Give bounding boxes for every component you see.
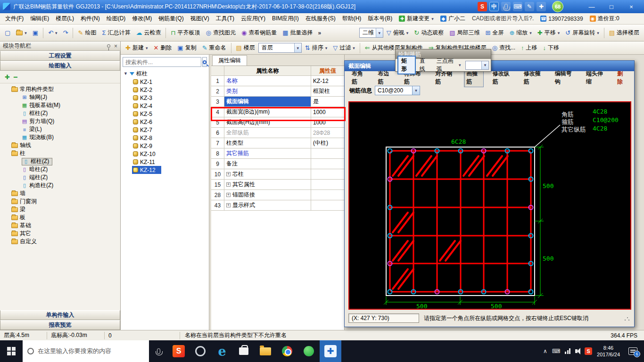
- taskbar-app-store[interactable]: [233, 340, 255, 362]
- screen-rotate-button[interactable]: ↺屏幕旋转▾: [563, 27, 601, 38]
- voice-input-button[interactable]: [149, 340, 168, 362]
- menu-bim[interactable]: BIM应用(I): [269, 13, 302, 24]
- maximize-button[interactable]: □: [602, 0, 621, 13]
- property-row[interactable]: 7柱类型(中柱): [211, 138, 344, 148]
- sort-button[interactable]: ⇅排序▾: [303, 42, 330, 53]
- tree-group-other[interactable]: 其它: [0, 230, 120, 238]
- menu-file[interactable]: 文件(F): [2, 13, 27, 24]
- ime-settings-icon[interactable]: ✎: [525, 2, 534, 11]
- property-row-expandable[interactable]: 43+显示样式: [211, 200, 344, 211]
- component-item-selected[interactable]: KZ-12: [121, 166, 209, 174]
- tree-group-opening[interactable]: 门窗洞: [0, 197, 120, 206]
- tree-item-end-column[interactable]: ▯端柱(Z): [0, 173, 120, 181]
- tree-group-column[interactable]: 柱: [0, 149, 120, 157]
- dynamic-observe-button[interactable]: ↻动态观察: [412, 27, 446, 38]
- component-item[interactable]: KZ-6: [121, 118, 209, 126]
- expand-plus-icon[interactable]: +: [226, 193, 231, 197]
- property-row-expandable[interactable]: 28+锚固搭接: [211, 190, 344, 200]
- property-row[interactable]: 4截面宽(B边)(mm)1000: [211, 107, 344, 117]
- report-preview-button[interactable]: 报表预览: [0, 320, 120, 330]
- taskbar-app-green[interactable]: [298, 340, 320, 362]
- component-item[interactable]: KZ-4: [121, 102, 209, 110]
- ime-toolbox-icon[interactable]: ✚: [537, 2, 546, 11]
- tray-expand-icon[interactable]: ∧: [543, 348, 547, 354]
- tree-item-cast-slab[interactable]: ▦现浇板(B): [0, 133, 120, 141]
- pin-icon[interactable]: [107, 44, 110, 48]
- assistant-badge[interactable]: 68: [552, 1, 563, 12]
- taskbar-app-edge[interactable]: e: [211, 340, 233, 362]
- component-group-header[interactable]: ▼ 框柱: [121, 69, 209, 78]
- section-canvas[interactable]: 6C28 500 500 500 500 角筋 4C28 箍筋 C10@200 …: [348, 101, 631, 310]
- fullscreen-button[interactable]: ⊞全屏: [483, 27, 506, 38]
- menu-rebar[interactable]: 钢筋量(Q): [155, 13, 187, 24]
- new-change-button[interactable]: ✚ 新建变更 ▾: [396, 15, 437, 23]
- property-row[interactable]: 8其它箍筋: [211, 148, 344, 159]
- tree-item-hidden-column[interactable]: ▯暗柱(Z): [0, 165, 120, 173]
- property-row[interactable]: 5截面高(H边)(mm)1000: [211, 117, 344, 128]
- tree-group-custom[interactable]: 自定义: [0, 238, 120, 246]
- single-component-input-button[interactable]: 单构件输入: [0, 310, 120, 320]
- sum-calc-button[interactable]: Σ汇总计算: [99, 27, 132, 38]
- property-row-section-edit[interactable]: 3截面编辑是: [211, 97, 344, 107]
- language-icon[interactable]: 中: [489, 2, 499, 11]
- project-settings-button[interactable]: 工程设置: [0, 51, 120, 61]
- draw-input-button[interactable]: 绘图输入: [0, 61, 120, 71]
- component-item[interactable]: KZ-8: [121, 134, 209, 142]
- property-row-expandable[interactable]: 10+芯柱: [211, 169, 344, 180]
- modify-longitudinal-button[interactable]: 修改纵筋: [490, 68, 515, 87]
- collapse-all-icon[interactable]: ━: [14, 74, 17, 81]
- tree-group-axis[interactable]: 轴线: [0, 141, 120, 149]
- menu-floor[interactable]: 楼层(L): [52, 13, 77, 24]
- menu-help[interactable]: 帮助(H): [339, 13, 365, 24]
- open-file-button[interactable]: ▾: [14, 29, 29, 37]
- component-item[interactable]: KZ-1: [121, 78, 209, 86]
- tree-item-frame-column-current[interactable]: ▯框柱(Z): [0, 157, 120, 165]
- taskbar-app-glodon-active[interactable]: ✚: [320, 340, 341, 362]
- end-extend-button[interactable]: 端头伸缩: [584, 68, 608, 87]
- component-item[interactable]: KZ-10: [121, 150, 209, 158]
- expand-plus-icon[interactable]: +: [226, 203, 231, 207]
- keyboard-icon[interactable]: ⌨: [513, 2, 522, 11]
- mic-icon[interactable]: [501, 2, 511, 11]
- volume-icon[interactable]: [575, 349, 578, 353]
- taskbar-app-chrome[interactable]: [276, 340, 298, 362]
- find-element-button[interactable]: ◎查找图元: [204, 27, 238, 38]
- edit-hook-button[interactable]: 编辑弯钩: [553, 68, 577, 87]
- expand-all-icon[interactable]: ✚: [5, 74, 10, 81]
- cost-bean[interactable]: ◉ 造价豆:0: [586, 15, 623, 23]
- network-icon[interactable]: [565, 348, 570, 354]
- new-component-button[interactable]: ✚新建▾: [123, 42, 150, 53]
- component-item[interactable]: KZ-3: [121, 94, 209, 102]
- menu-draw[interactable]: 绘图(D): [103, 13, 129, 24]
- component-item[interactable]: KZ-7: [121, 126, 209, 134]
- stirrup-style-combo[interactable]: ▾: [465, 61, 489, 70]
- cloud-check-button[interactable]: ☁云检查: [133, 27, 163, 38]
- tree-group-slab[interactable]: 板: [0, 214, 120, 222]
- panel-close-icon[interactable]: ×: [114, 43, 117, 49]
- tree-item-beam[interactable]: ≡梁(L): [0, 125, 120, 133]
- new-file-button[interactable]: ▢: [2, 28, 13, 37]
- property-row[interactable]: 6全部纵筋28Φ28: [211, 128, 344, 138]
- filter-button[interactable]: ▽过滤▾: [330, 42, 357, 53]
- tray-sogou-icon[interactable]: S: [585, 347, 592, 355]
- gxe-button[interactable]: ◆ 广小二: [437, 15, 469, 23]
- menu-edit[interactable]: 编辑(E): [27, 13, 52, 24]
- component-item[interactable]: KZ-2: [121, 86, 209, 94]
- edge-rebar-button[interactable]: 布边筋: [376, 68, 396, 87]
- undo-button[interactable]: ↶▾: [46, 28, 59, 37]
- taskbar-search[interactable]: 在这里输入你要搜索的内容: [23, 340, 149, 362]
- zoom-button[interactable]: ⊕缩放▾: [507, 27, 534, 38]
- tab-property-edit[interactable]: 属性编辑: [212, 55, 247, 66]
- move-down-button[interactable]: ↓下移: [540, 42, 561, 53]
- corner-rebar-button[interactable]: 布角筋: [349, 68, 369, 87]
- find-component-button[interactable]: ◎查找...: [490, 42, 518, 53]
- sogou-ime-icon[interactable]: S: [478, 2, 487, 11]
- taskbar-app-sogou[interactable]: S: [168, 340, 190, 362]
- batch-select-button[interactable]: ▦批量选择: [280, 27, 315, 38]
- tree-item-axis-grid[interactable]: ⊞轴网(J): [0, 93, 120, 101]
- partial-3d-button[interactable]: ▧局部三维: [447, 27, 482, 38]
- property-row[interactable]: 9备注: [211, 159, 344, 169]
- tree-item-raft[interactable]: ▦筏板基础(M): [0, 101, 120, 109]
- stirrup-arc-button[interactable]: 三点画弧▾: [434, 56, 463, 74]
- toolbar-overflow-icon[interactable]: »: [316, 30, 323, 36]
